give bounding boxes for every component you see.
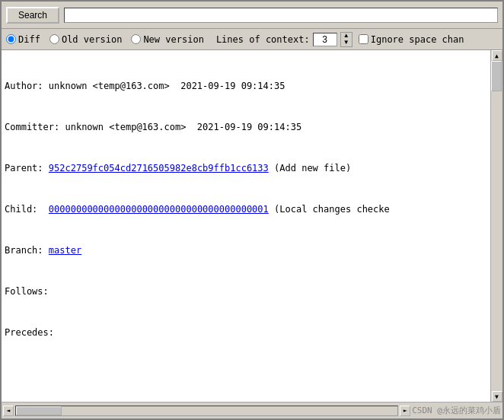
- child-note: (Local changes checke: [274, 204, 390, 215]
- search-input[interactable]: [64, 8, 498, 23]
- parent-note: (Add new file): [274, 163, 351, 173]
- scroll-right-arrow[interactable]: ►: [400, 406, 410, 416]
- branch-label: Branch:: [5, 245, 43, 256]
- right-scrollbar[interactable]: ▲ ▼: [490, 50, 502, 402]
- scroll-thumb[interactable]: [491, 61, 502, 91]
- diff-radio-label[interactable]: Diff: [6, 34, 40, 45]
- new-version-radio[interactable]: [131, 34, 141, 44]
- context-group: Lines of context: ▲ ▼: [216, 32, 352, 47]
- child-hash-link[interactable]: 0000000000000000000000000000000000000001: [49, 204, 269, 215]
- ignore-space-checkbox[interactable]: [359, 34, 368, 44]
- context-spinner: ▲ ▼: [340, 32, 352, 47]
- parent-line: Parent: 952c2759fc054cd2716505982e8cb9ff…: [5, 161, 487, 175]
- app-window: Search Diff Old version New version Line…: [0, 0, 504, 420]
- context-input[interactable]: [313, 33, 337, 46]
- ignore-space-label[interactable]: Ignore space chan: [359, 34, 464, 45]
- branch-value-link[interactable]: master: [49, 245, 81, 256]
- author-line: Author: unknown <temp@163.com> 2021-09-1…: [5, 79, 487, 93]
- ignore-space-text: Ignore space chan: [371, 34, 464, 45]
- scroll-left-arrow[interactable]: ◄: [3, 406, 14, 416]
- search-button[interactable]: Search: [6, 7, 59, 24]
- parent-hash-link[interactable]: 952c2759fc054cd2716505982e8cb9ffb1cc6133: [49, 163, 269, 173]
- old-version-radio[interactable]: [49, 34, 59, 44]
- toolbar: Search: [2, 2, 502, 29]
- view-mode-group: Diff Old version New version: [6, 34, 204, 45]
- committer-line: Committer: unknown <temp@163.com> 2021-0…: [5, 120, 487, 134]
- scroll-down-arrow[interactable]: ▼: [492, 391, 502, 402]
- new-version-label: New version: [143, 34, 203, 45]
- diff-scroll-area[interactable]: Author: unknown <temp@163.com> 2021-09-1…: [2, 50, 490, 402]
- content-wrapper: Author: unknown <temp@163.com> 2021-09-1…: [2, 50, 502, 402]
- h-scroll-area[interactable]: [15, 406, 398, 416]
- lines-of-context-label: Lines of context:: [216, 34, 310, 45]
- scroll-up-arrow[interactable]: ▲: [492, 50, 502, 61]
- precedes-line: Precedes:: [5, 326, 487, 339]
- watermark: CSDN @永远的菜鸡小盾: [412, 405, 501, 416]
- child-line: Child: 000000000000000000000000000000000…: [5, 202, 487, 216]
- bottom-bar: ◄ ► CSDN @永远的菜鸡小盾: [2, 402, 502, 418]
- diff-label: Diff: [18, 34, 40, 45]
- context-down-button[interactable]: ▼: [341, 40, 352, 46]
- empty-line1: [5, 367, 487, 380]
- follows-line: Follows:: [5, 285, 487, 298]
- branch-line: Branch: master: [5, 243, 487, 257]
- scroll-thumb-area[interactable]: [491, 61, 502, 391]
- child-label: Child:: [5, 204, 37, 215]
- diff-content: Author: unknown <temp@163.com> 2021-09-1…: [2, 50, 490, 402]
- parent-label: Parent:: [5, 163, 43, 173]
- h-scroll-thumb[interactable]: [16, 406, 62, 415]
- old-version-radio-label[interactable]: Old version: [49, 34, 122, 45]
- options-bar: Diff Old version New version Lines of co…: [2, 29, 502, 50]
- diff-radio[interactable]: [6, 34, 16, 44]
- old-version-label: Old version: [62, 34, 122, 45]
- new-version-radio-label[interactable]: New version: [131, 34, 203, 45]
